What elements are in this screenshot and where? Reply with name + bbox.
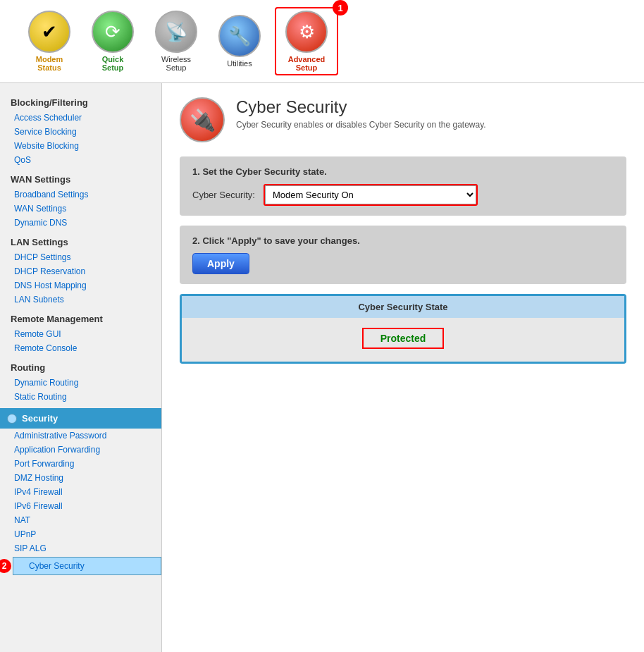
sidebar-item-qos[interactable]: QoS <box>0 153 161 167</box>
security-label: Security <box>22 413 58 424</box>
sidebar-item-wan-settings[interactable]: WAN Settings <box>0 202 161 216</box>
page-title: Cyber Security <box>236 97 486 117</box>
state-table-wrapper: Cyber Security State Protected <box>180 294 626 364</box>
top-nav: ✔ ModemStatus ⟳ QuickSetup 📡 WirelessSet… <box>0 0 644 83</box>
sidebar-item-website-blocking[interactable]: Website Blocking <box>0 139 161 153</box>
dropdown-border-wrapper: Modem Security On Modem Security Off <box>264 184 478 206</box>
utilities-icon: 🔧 <box>228 25 251 47</box>
nav-wireless-setup[interactable]: 📡 WirelessSetup <box>148 11 204 72</box>
state-table-header: Cyber Security State <box>182 296 624 318</box>
step1-form-row: Cyber Security: Modem Security On Modem … <box>192 184 614 206</box>
step2-section: 2. Click "Apply" to save your changes. A… <box>180 226 626 284</box>
sidebar-section-blocking: Blocking/Filtering <box>0 90 161 111</box>
sidebar-item-remote-gui[interactable]: Remote GUI <box>0 327 161 341</box>
sidebar-section-remote: Remote Management <box>0 307 161 327</box>
modem-status-icon: ✔ <box>42 21 57 43</box>
sidebar-item-nat[interactable]: NAT <box>0 513 161 527</box>
nav-badge-1: 1 <box>333 0 348 16</box>
state-table-body: Protected <box>182 318 624 362</box>
page-header-text: Cyber Security Cyber Security enables or… <box>236 97 486 130</box>
cyber-security-form-label: Cyber Security: <box>192 190 255 200</box>
sidebar-item-lan-subnets[interactable]: LAN Subnets <box>0 293 161 307</box>
cyber-security-wrapper: 2 Cyber Security <box>0 557 161 575</box>
protected-badge: Protected <box>362 328 445 349</box>
nav-utilities[interactable]: 🔧 Utilities <box>211 15 268 68</box>
sidebar-item-remote-console[interactable]: Remote Console <box>0 341 161 355</box>
step1-heading: 1. Set the Cyber Security state. <box>192 166 614 177</box>
sidebar-item-dhcp[interactable]: DHCP Settings <box>0 250 161 264</box>
page-description: Cyber Security enables or disables Cyber… <box>236 120 486 130</box>
nav-advanced-setup-border: ⚙ AdvancedSetup <box>275 7 338 75</box>
quick-setup-label: QuickSetup <box>102 55 124 72</box>
sidebar-active-security[interactable]: Security <box>0 408 161 429</box>
nav-modem-status[interactable]: ✔ ModemStatus <box>21 11 78 72</box>
page-header-icon: 🔌 <box>180 97 225 142</box>
security-circle-icon <box>7 414 17 424</box>
sidebar-section-wan: WAN Settings <box>0 167 161 187</box>
content-area: 🔌 Cyber Security Cyber Security enables … <box>162 83 644 652</box>
advanced-setup-icon: ⚙ <box>299 21 315 43</box>
sidebar-item-broadband[interactable]: Broadband Settings <box>0 187 161 202</box>
main-layout: Blocking/Filtering Access Scheduler Serv… <box>0 83 644 652</box>
sidebar-item-dynamic-routing[interactable]: Dynamic Routing <box>0 376 161 390</box>
sidebar-item-admin-password[interactable]: Administrative Password <box>0 429 161 443</box>
modem-status-label: ModemStatus <box>36 55 63 72</box>
sidebar-item-static-routing[interactable]: Static Routing <box>0 390 161 404</box>
sidebar-badge-2: 2 <box>0 559 11 573</box>
advanced-setup-label: AdvancedSetup <box>288 55 326 72</box>
sidebar-item-ipv6-firewall[interactable]: IPv6 Firewall <box>0 499 161 513</box>
apply-button[interactable]: Apply <box>192 253 249 274</box>
sidebar-item-ipv4-firewall[interactable]: IPv4 Firewall <box>0 485 161 499</box>
wireless-setup-label: WirelessSetup <box>161 55 191 72</box>
sidebar-item-dynamic-dns[interactable]: Dynamic DNS <box>0 216 161 230</box>
sidebar-item-app-forwarding[interactable]: Application Forwarding <box>0 443 161 457</box>
sidebar-item-sip-alg[interactable]: SIP ALG <box>0 541 161 555</box>
sidebar-item-upnp[interactable]: UPnP <box>0 527 161 541</box>
sidebar-item-service-blocking[interactable]: Service Blocking <box>0 125 161 139</box>
utilities-label: Utilities <box>227 59 252 68</box>
page-header: 🔌 Cyber Security Cyber Security enables … <box>180 97 626 142</box>
sidebar: Blocking/Filtering Access Scheduler Serv… <box>0 83 162 652</box>
nav-quick-setup[interactable]: ⟳ QuickSetup <box>85 11 141 72</box>
sidebar-item-access-scheduler[interactable]: Access Scheduler <box>0 111 161 125</box>
cyber-security-dropdown[interactable]: Modem Security On Modem Security Off <box>265 185 476 204</box>
sidebar-item-cyber-security[interactable]: Cyber Security <box>13 557 161 575</box>
step1-section: 1. Set the Cyber Security state. Cyber S… <box>180 156 626 216</box>
step2-heading: 2. Click "Apply" to save your changes. <box>192 235 614 246</box>
wireless-setup-icon: 📡 <box>165 21 187 43</box>
nav-advanced-setup[interactable]: ⚙ AdvancedSetup <box>278 11 335 72</box>
sidebar-section-lan: LAN Settings <box>0 230 161 250</box>
sidebar-item-dhcp-reservation[interactable]: DHCP Reservation <box>0 264 161 278</box>
sidebar-item-port-forwarding[interactable]: Port Forwarding <box>0 457 161 471</box>
sidebar-item-dns-host[interactable]: DNS Host Mapping <box>0 278 161 293</box>
nav-advanced-setup-wrapper: ⚙ AdvancedSetup 1 <box>275 7 338 75</box>
sidebar-section-routing: Routing <box>0 355 161 376</box>
cyber-security-page-icon: 🔌 <box>190 108 216 133</box>
sidebar-item-dmz[interactable]: DMZ Hosting <box>0 471 161 485</box>
quick-setup-icon: ⟳ <box>105 21 120 43</box>
